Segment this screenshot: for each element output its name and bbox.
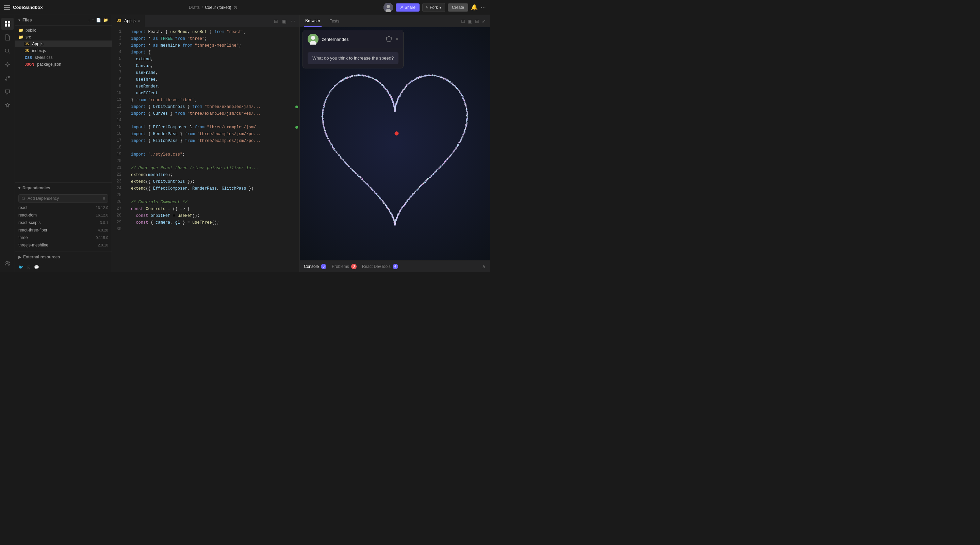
new-folder-icon[interactable]: 📁: [103, 18, 108, 22]
dep-react-scripts[interactable]: react-scripts 3.0.1: [15, 219, 111, 226]
devtools-tab[interactable]: React DevTools 4: [362, 264, 398, 269]
chat-close-button[interactable]: ×: [395, 36, 398, 42]
browser-split-icon[interactable]: ▣: [468, 18, 472, 24]
dep-three[interactable]: three 0.115.0: [15, 234, 111, 241]
console-tab[interactable]: Console 0: [304, 264, 326, 269]
activity-grid-icon[interactable]: [2, 18, 14, 30]
code-line-1: import React, { useMemo , useRef } from …: [126, 29, 299, 35]
preview-icon[interactable]: ▣: [281, 17, 288, 25]
filter-icon[interactable]: ≡: [103, 196, 105, 201]
activity-deploy-icon[interactable]: [2, 99, 14, 112]
activity-settings-icon[interactable]: [2, 59, 14, 71]
share-button[interactable]: ↗ Share: [396, 3, 420, 11]
external-resources-section: ▶ External resources: [15, 252, 111, 262]
right-panel: Browser Tests ⊡ ▣ ⊞ ⤢: [299, 15, 490, 272]
code-line-18: [126, 144, 299, 151]
code-line-15: import { EffectComposer } from "three/ex…: [126, 124, 299, 131]
chat-message: What do you think to increase the speed?: [308, 52, 398, 64]
notification-bell[interactable]: 🔔: [471, 4, 478, 11]
activity-users-icon[interactable]: [2, 257, 14, 269]
dep-react-three-fiber[interactable]: react-three-fiber 4.0.28: [15, 226, 111, 234]
folder-src[interactable]: 📁 src: [15, 34, 111, 40]
editor-content: 1 2 3 4 5 6 7 8 9 10 11 12 13 14 15 16 1…: [112, 27, 299, 272]
new-file-icon[interactable]: 📄: [96, 18, 101, 22]
browser-refresh-icon[interactable]: ⊡: [461, 18, 465, 24]
tab-tests[interactable]: Tests: [328, 15, 340, 27]
activity-file-icon[interactable]: [2, 31, 14, 43]
sandbox-status-icon: ⊙: [234, 5, 237, 10]
dependency-search-input[interactable]: [27, 196, 101, 201]
code-line-23: extend ({ OrbitControls });: [126, 178, 299, 185]
dep-threejs-meshline[interactable]: threejs-meshline 2.0.10: [15, 241, 111, 249]
file-panel-actions: ↓ ↑ 📄 📁: [88, 18, 108, 22]
browser-expand-icon[interactable]: ⤢: [482, 18, 486, 24]
code-line-11: } from "react-three-fiber" ;: [126, 97, 299, 104]
code-line-16: import { RenderPass } from "three/exampl…: [126, 131, 299, 137]
activity-search-icon[interactable]: [2, 45, 14, 57]
file-index-js[interactable]: JS index.js: [15, 47, 111, 54]
more-options-button[interactable]: ⋯: [480, 4, 486, 11]
code-line-19: import "./styles.css" ;: [126, 151, 299, 158]
tab-app-js[interactable]: JS App.js ×: [112, 15, 145, 27]
code-editor[interactable]: import React, { useMemo , useRef } from …: [126, 27, 299, 272]
collapse-panel-button[interactable]: ∧: [482, 263, 486, 269]
browser-popout-icon[interactable]: ⊞: [475, 18, 479, 24]
dep-react-dom[interactable]: react-dom 16.12.0: [15, 211, 111, 219]
code-line-27: const Controls = () => {: [126, 206, 299, 212]
code-line-30: [126, 226, 299, 233]
external-resources-header[interactable]: ▶ External resources: [15, 252, 111, 262]
chat-user-avatar: [308, 34, 318, 45]
sort-up-icon[interactable]: ↑: [92, 18, 94, 22]
js-icon: JS: [24, 42, 30, 46]
user-avatar[interactable]: [383, 3, 393, 12]
activity-git-icon[interactable]: [2, 72, 14, 84]
topbar-left: CodeSandbox: [4, 5, 43, 10]
chat-overlay: zehfernandes × What do you think to incr…: [302, 30, 404, 69]
file-styles-css[interactable]: CSS styles.css: [15, 54, 111, 61]
tab-close-icon[interactable]: ×: [138, 18, 140, 23]
breadcrumb-section[interactable]: Drafts: [189, 5, 200, 10]
code-line-14: [126, 117, 299, 124]
tab-browser[interactable]: Browser: [304, 15, 321, 27]
chat-username: zehfernandes: [322, 37, 382, 42]
topbar-actions: ↗ Share ⑂ Fork ▾ Create 🔔 ⋯: [383, 3, 486, 12]
dependencies-title: Dependencies: [22, 185, 50, 190]
breadcrumb-project[interactable]: Coeur (forked): [205, 5, 231, 10]
activity-sidebar: [0, 15, 15, 272]
dependencies-header[interactable]: ▾ Dependencies: [15, 183, 111, 193]
svg-point-1: [387, 5, 390, 8]
file-package-json[interactable]: JSON package.json: [15, 61, 111, 68]
folder-public[interactable]: 📁 public: [15, 27, 111, 34]
code-line-10: useEffect: [126, 90, 299, 97]
split-editor-icon[interactable]: ⊞: [272, 17, 279, 25]
fork-button[interactable]: ⑂ Fork ▾: [422, 3, 445, 12]
sort-down-icon[interactable]: ↓: [88, 18, 90, 22]
dep-react[interactable]: react 16.12.0: [15, 204, 111, 211]
svg-rect-4: [8, 21, 10, 24]
json-icon: JSON: [24, 62, 35, 67]
code-line-7: useFrame ,: [126, 69, 299, 76]
activity-sidebar-bottom: [2, 257, 14, 269]
folder-icon: 📁: [18, 35, 24, 40]
discord-icon[interactable]: 💬: [34, 265, 39, 269]
problems-tab[interactable]: Problems 3: [332, 264, 356, 269]
svg-rect-5: [5, 24, 7, 27]
more-editor-options-icon[interactable]: ⋯: [289, 17, 297, 25]
menu-icon[interactable]: [4, 5, 10, 10]
file-app-js[interactable]: JS App.js: [15, 40, 111, 47]
folder-icon: 📁: [18, 28, 24, 33]
dependency-search[interactable]: ≡: [18, 194, 108, 202]
dependency-list: react 16.12.0 react-dom 16.12.0 react-sc…: [15, 204, 111, 249]
code-line-4: import {: [126, 49, 299, 56]
devtools-label: React DevTools: [362, 264, 391, 269]
code-line-12: import { OrbitControls } from "three/exa…: [126, 104, 299, 110]
twitter-icon[interactable]: 🐦: [18, 265, 24, 269]
browser-preview: zehfernandes × What do you think to incr…: [300, 27, 490, 260]
line-numbers: 1 2 3 4 5 6 7 8 9 10 11 12 13 14 15 16 1…: [112, 27, 126, 272]
breadcrumb-separator: /: [202, 5, 203, 10]
browser-panel-icons: ⊡ ▣ ⊞ ⤢: [461, 18, 486, 24]
ext-collapse-icon: ▶: [18, 255, 21, 260]
github-icon[interactable]: ⍓: [27, 265, 30, 269]
create-button[interactable]: Create: [448, 3, 468, 11]
activity-comment-icon[interactable]: [2, 86, 14, 98]
